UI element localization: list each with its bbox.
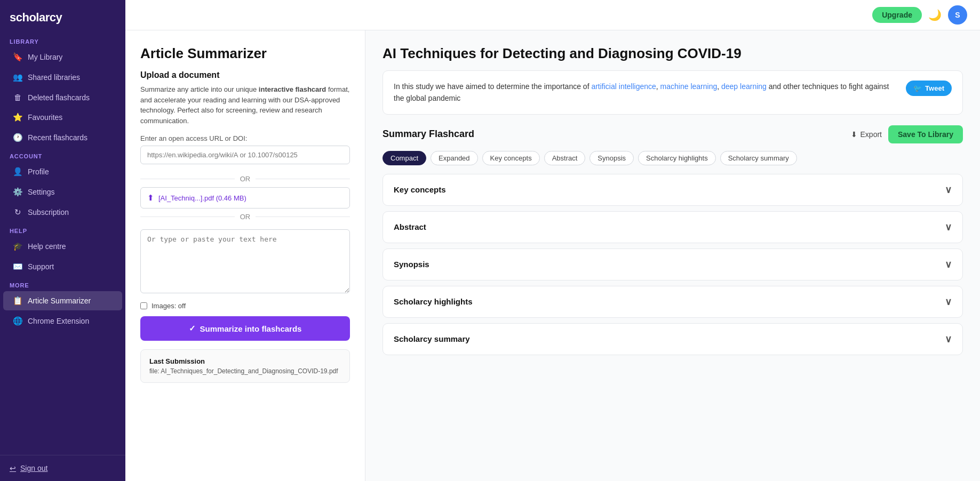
tab-scholarcy-summary[interactable]: Scholarcy summary — [720, 151, 797, 165]
sidebar: scholarcy LIBRARY 🔖 My Library 👥 Shared … — [0, 0, 125, 481]
or-divider-1: OR — [140, 175, 350, 183]
flashcard-actions: ⬇ Export Save To Library — [851, 125, 963, 143]
sidebar-item-label: Recent flashcards — [28, 133, 87, 142]
people-icon: 👥 — [13, 73, 22, 82]
flashcard-header: Summary Flashcard ⬇ Export Save To Libra… — [383, 125, 963, 143]
trash-icon: 🗑 — [13, 93, 22, 102]
tab-expanded[interactable]: Expanded — [431, 151, 478, 165]
tweet-label: Tweet — [925, 84, 944, 92]
more-section-label: MORE — [0, 277, 125, 291]
sidebar-item-settings[interactable]: ⚙️ Settings — [3, 182, 122, 202]
checkmark-icon: ✓ — [189, 324, 196, 333]
ai-link[interactable]: artificial intelligence — [591, 82, 656, 91]
refresh-icon: ↻ — [13, 207, 22, 217]
gear-icon: ⚙️ — [13, 187, 22, 197]
last-submission-file: file: AI_Techniques_for_Detecting_and_Di… — [149, 367, 341, 375]
sidebar-item-help-centre[interactable]: 🎓 Help centre — [3, 237, 122, 256]
twitter-icon: 🐦 — [913, 84, 922, 92]
export-label: Export — [861, 130, 882, 139]
sidebar-item-subscription[interactable]: ↻ Subscription — [3, 203, 122, 222]
sidebar-item-label: Deleted flashcards — [28, 93, 90, 102]
topbar: Upgrade 🌙 S — [125, 0, 980, 30]
export-icon: ⬇ — [851, 130, 857, 139]
url-input[interactable] — [140, 146, 350, 164]
tab-synopsis[interactable]: Synopsis — [589, 151, 634, 165]
chevron-down-icon: ∨ — [945, 296, 952, 308]
images-toggle: Images: off — [140, 302, 350, 310]
images-checkbox[interactable] — [140, 302, 147, 309]
sidebar-item-article-summarizer[interactable]: 📋 Article Summarizer — [3, 291, 122, 310]
accordion-header[interactable]: Abstract ∨ — [383, 212, 962, 243]
avatar[interactable]: S — [948, 5, 967, 25]
sidebar-item-shared-libraries[interactable]: 👥 Shared libraries — [3, 68, 122, 87]
article-title: AI Techniques for Detecting and Diagnosi… — [383, 45, 963, 62]
chevron-down-icon: ∨ — [945, 221, 952, 233]
left-panel: Article Summarizer Upload a document Sum… — [125, 30, 365, 481]
save-to-library-button[interactable]: Save To Library — [888, 125, 963, 143]
summarize-label: Summarize into flashcards — [200, 324, 302, 333]
text-input[interactable] — [140, 229, 350, 293]
sidebar-item-label: Article Summarizer — [28, 296, 91, 305]
library-section-label: LIBRARY — [0, 33, 125, 47]
star-icon: ⭐ — [13, 113, 22, 122]
sidebar-footer: ↩ Sign out — [0, 455, 125, 481]
tabs-row: CompactExpandedKey conceptsAbstractSynop… — [383, 151, 963, 165]
accordion-title: Synopsis — [394, 260, 429, 269]
main: Upgrade 🌙 S Article Summarizer Upload a … — [125, 0, 980, 481]
sidebar-item-my-library[interactable]: 🔖 My Library — [3, 47, 122, 67]
logo: scholarcy — [0, 0, 125, 33]
clock-icon: 🕐 — [13, 133, 22, 142]
accordion-header[interactable]: Synopsis ∨ — [383, 249, 962, 280]
article-icon: 📋 — [13, 296, 22, 306]
sidebar-item-support[interactable]: ✉️ Support — [3, 257, 122, 276]
dl-link[interactable]: deep learning — [721, 82, 767, 91]
sidebar-item-label: Subscription — [28, 208, 69, 217]
url-label: Enter an open access URL or DOI: — [140, 134, 350, 142]
tab-scholarcy-highlights[interactable]: Scholarcy highlights — [638, 151, 716, 165]
accordion-header[interactable]: Key concepts ∨ — [383, 174, 962, 205]
chrome-icon: 🌐 — [13, 316, 22, 326]
sidebar-item-chrome-extension[interactable]: 🌐 Chrome Extension — [3, 311, 122, 331]
tab-abstract[interactable]: Abstract — [544, 151, 586, 165]
account-section-label: ACCOUNT — [0, 148, 125, 162]
sidebar-item-label: Support — [28, 262, 54, 271]
accordion-header[interactable]: Scholarcy highlights ∨ — [383, 286, 962, 317]
file-upload-button[interactable]: ⬆ [AI_Techniq...].pdf (0.46 MB) — [140, 187, 350, 209]
images-label: Images: off — [152, 302, 186, 310]
envelope-icon: ✉️ — [13, 262, 22, 271]
accordion-header[interactable]: Scholarcy summary ∨ — [383, 324, 962, 355]
theme-toggle-button[interactable]: 🌙 — [928, 9, 942, 21]
accordion-title: Scholarcy highlights — [394, 297, 473, 306]
upgrade-button[interactable]: Upgrade — [872, 7, 922, 23]
tab-compact[interactable]: Compact — [383, 151, 426, 165]
ml-link[interactable]: machine learning — [660, 82, 718, 91]
sidebar-item-label: My Library — [28, 53, 62, 61]
sidebar-item-favourites[interactable]: ⭐ Favourites — [3, 108, 122, 127]
accordion-title: Key concepts — [394, 185, 446, 194]
person-icon: 👤 — [13, 167, 22, 177]
accordion-scholarcy-highlights: Scholarcy highlights ∨ — [383, 286, 963, 318]
sidebar-item-label: Favourites — [28, 113, 62, 122]
export-button[interactable]: ⬇ Export — [851, 130, 882, 139]
chevron-down-icon: ∨ — [945, 333, 952, 345]
upload-title: Upload a document — [140, 70, 350, 80]
sidebar-item-deleted-flashcards[interactable]: 🗑 Deleted flashcards — [3, 88, 122, 107]
sign-out-link[interactable]: ↩ Sign out — [10, 464, 116, 472]
upload-desc: Summarize any article into our unique in… — [140, 84, 350, 126]
accordion-key-concepts: Key concepts ∨ — [383, 174, 963, 206]
accordion-synopsis: Synopsis ∨ — [383, 248, 963, 280]
accordion-scholarcy-summary: Scholarcy summary ∨ — [383, 323, 963, 355]
tab-key-concepts[interactable]: Key concepts — [482, 151, 540, 165]
or-divider-2: OR — [140, 213, 350, 221]
sidebar-item-profile[interactable]: 👤 Profile — [3, 162, 122, 181]
last-submission-title: Last Submission — [149, 357, 341, 365]
flashcard-title: Summary Flashcard — [383, 129, 474, 140]
accordions: Key concepts ∨ Abstract ∨ Synopsis ∨ Sch… — [383, 174, 963, 355]
summarize-button[interactable]: ✓ Summarize into flashcards — [140, 316, 350, 341]
tweet-button[interactable]: 🐦 Tweet — [906, 81, 952, 96]
sidebar-item-recent-flashcards[interactable]: 🕐 Recent flashcards — [3, 128, 122, 147]
file-upload-label: [AI_Techniq...].pdf (0.46 MB) — [158, 194, 246, 202]
page-title: Article Summarizer — [140, 45, 350, 62]
sidebar-item-label: Profile — [28, 167, 49, 176]
sidebar-item-label: Shared libraries — [28, 73, 80, 82]
